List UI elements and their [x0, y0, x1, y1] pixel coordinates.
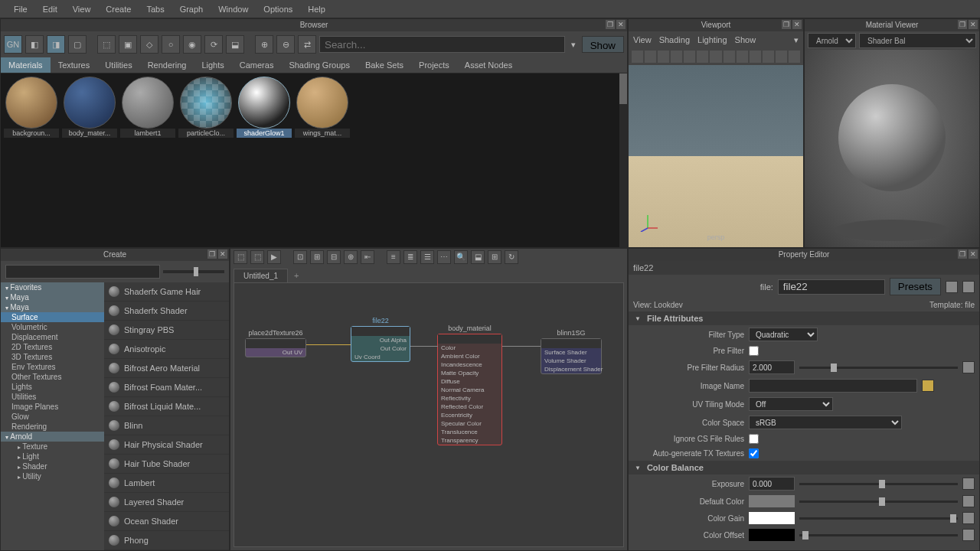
tab-shading-groups[interactable]: Shading Groups	[281, 57, 358, 73]
vp-icon[interactable]	[684, 51, 695, 63]
category-item[interactable]: Arnold	[1, 432, 104, 442]
shader-item[interactable]: Bifrost Foam Mater...	[104, 378, 229, 397]
vp-lighting[interactable]: Lighting	[697, 35, 727, 44]
ng-icon[interactable]: ≣	[403, 250, 417, 264]
shader-item[interactable]: Shaderfx Shader	[104, 302, 229, 321]
menu-graph[interactable]: Graph	[172, 5, 211, 14]
vp-icon[interactable]	[763, 51, 774, 63]
shader-item[interactable]: Bifrost Aero Material	[104, 359, 229, 378]
menu-view[interactable]: View	[65, 5, 99, 14]
material-item[interactable]: wings_mat...	[295, 77, 350, 138]
vp-icon[interactable]	[776, 51, 787, 63]
pe-map-icon[interactable]	[962, 512, 975, 524]
tab-rendering[interactable]: Rendering	[140, 57, 194, 73]
node-place2dtexture[interactable]: place2dTexture26 Out UV	[245, 328, 306, 357]
category-item[interactable]: Lights	[1, 382, 104, 392]
vp-icon[interactable]	[710, 51, 721, 63]
pe-map-icon[interactable]	[962, 529, 975, 541]
pe-restore-icon[interactable]: ❐	[958, 249, 967, 259]
shader-list[interactable]: Shaderfx Game HairShaderfx ShaderStingra…	[104, 282, 229, 550]
mv-restore-icon[interactable]: ❐	[958, 20, 967, 29]
pe-close-icon[interactable]: ✕	[969, 249, 978, 259]
tab-cameras[interactable]: Cameras	[232, 57, 282, 73]
pe-colorspace-select[interactable]: sRGB	[749, 416, 902, 429]
vp-view[interactable]: View	[633, 35, 652, 44]
material-item[interactable]: lambert1	[120, 77, 175, 138]
shader-item[interactable]: Ocean Shader	[104, 512, 229, 531]
shader-item[interactable]: Anisotropic	[104, 340, 229, 359]
browser-close-icon[interactable]: ✕	[616, 20, 626, 29]
browser-restore-icon[interactable]: ❐	[606, 20, 615, 29]
browser-search-input[interactable]	[319, 36, 565, 53]
pe-slider[interactable]	[799, 517, 958, 520]
create-restore-icon[interactable]: ❐	[207, 249, 217, 259]
browser-icon-4[interactable]: ⬚	[97, 35, 116, 54]
pe-map-icon[interactable]	[962, 478, 975, 490]
tab-asset-nodes[interactable]: Asset Nodes	[457, 57, 520, 73]
vp-show[interactable]: Show	[735, 35, 756, 44]
pe-map-icon[interactable]	[962, 361, 975, 373]
vp-icon[interactable]	[645, 51, 656, 63]
browser-icon-8[interactable]: ◉	[183, 35, 201, 54]
ng-icon[interactable]: ▶	[267, 250, 281, 264]
shader-item[interactable]: Bifrost Liquid Mate...	[104, 397, 229, 416]
ng-icon[interactable]: ⇤	[361, 250, 374, 264]
menu-help[interactable]: Help	[300, 5, 333, 14]
node-body-material[interactable]: body_material Color Ambient Color Incand…	[437, 323, 502, 445]
shader-item[interactable]: Hair Tube Shader	[104, 455, 229, 474]
pe-slider[interactable]	[799, 367, 958, 369]
browser-icon-gn[interactable]: GN	[4, 35, 22, 54]
category-item[interactable]: Maya	[1, 302, 104, 312]
pe-auto-tx-check[interactable]	[749, 448, 759, 458]
browser-icon-13[interactable]: ⇄	[298, 35, 316, 54]
browser-show-button[interactable]: Show	[582, 36, 624, 53]
shader-item[interactable]: Stingray PBS	[104, 321, 229, 340]
vp-shading[interactable]: Shading	[659, 35, 690, 44]
pe-color-field[interactable]	[749, 529, 795, 541]
shader-item[interactable]: Lambert	[104, 474, 229, 493]
vp-icon[interactable]	[789, 51, 800, 63]
category-item[interactable]: Surface	[1, 312, 104, 322]
pe-map-icon[interactable]	[962, 495, 975, 507]
category-item[interactable]: Maya	[1, 292, 104, 302]
mv-shape-select[interactable]: Shader Bal	[859, 33, 976, 48]
menu-file[interactable]: File	[6, 5, 35, 14]
mv-close-icon[interactable]: ✕	[969, 20, 978, 29]
pe-file-input[interactable]	[778, 279, 885, 295]
ng-icon[interactable]: ⊡	[293, 250, 307, 264]
category-item[interactable]: Shader	[1, 461, 104, 471]
pe-slider[interactable]	[799, 483, 958, 485]
category-item[interactable]: Volumetric	[1, 322, 104, 332]
pe-prefilter-radius-input[interactable]	[749, 360, 795, 374]
browser-icon-10[interactable]: ⬓	[226, 35, 244, 54]
vp-icon[interactable]	[671, 51, 682, 63]
ng-icon[interactable]: ≡	[387, 250, 400, 264]
category-item[interactable]: 3D Textures	[1, 352, 104, 362]
browser-icon-12[interactable]: ⊖	[276, 35, 295, 54]
pe-slider[interactable]	[799, 534, 958, 536]
browser-icon-2[interactable]: ◨	[47, 35, 65, 54]
ng-icon[interactable]: ⬓	[471, 250, 485, 264]
ng-icon[interactable]: ⋯	[437, 250, 451, 264]
shader-item[interactable]: Shaderfx Game Hair	[104, 282, 229, 302]
category-item[interactable]: Other Textures	[1, 372, 104, 382]
ng-icon[interactable]: 🔍	[454, 250, 468, 264]
material-item[interactable]: body_mater...	[62, 77, 117, 138]
mv-renderer-select[interactable]: Arnold	[808, 33, 856, 48]
browser-icon-6[interactable]: ◇	[140, 35, 158, 54]
ng-icon[interactable]: ⊞	[488, 250, 501, 264]
tab-lights[interactable]: Lights	[194, 57, 231, 73]
browser-icon-5[interactable]: ▣	[119, 35, 137, 54]
browser-icon-1[interactable]: ◧	[25, 35, 44, 54]
menu-window[interactable]: Window	[211, 5, 256, 14]
pe-prefilter-check[interactable]	[749, 346, 759, 356]
category-item[interactable]: Texture	[1, 442, 104, 452]
tab-materials[interactable]: Materials	[1, 57, 51, 73]
vp-icon[interactable]	[750, 51, 761, 63]
browser-scrollbar[interactable]	[619, 73, 627, 247]
pe-presets-button[interactable]: Presets	[890, 278, 941, 295]
category-item[interactable]: Env Textures	[1, 362, 104, 372]
vp-icon[interactable]	[724, 51, 735, 63]
browser-icon-9[interactable]: ⟳	[204, 35, 223, 54]
tab-utilities[interactable]: Utilities	[97, 57, 139, 73]
